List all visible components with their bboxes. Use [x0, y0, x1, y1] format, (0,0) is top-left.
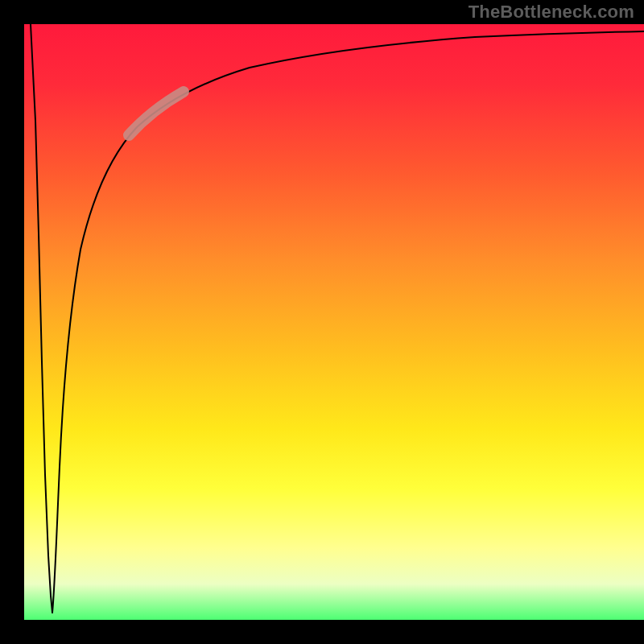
plot-area: [24, 24, 644, 620]
curve-layer: [24, 24, 644, 620]
watermark-text: TheBottleneck.com: [469, 2, 634, 23]
highlight-segment: [129, 92, 184, 135]
chart-stage: TheBottleneck.com: [0, 0, 644, 644]
left-descent-curve: [31, 24, 52, 613]
